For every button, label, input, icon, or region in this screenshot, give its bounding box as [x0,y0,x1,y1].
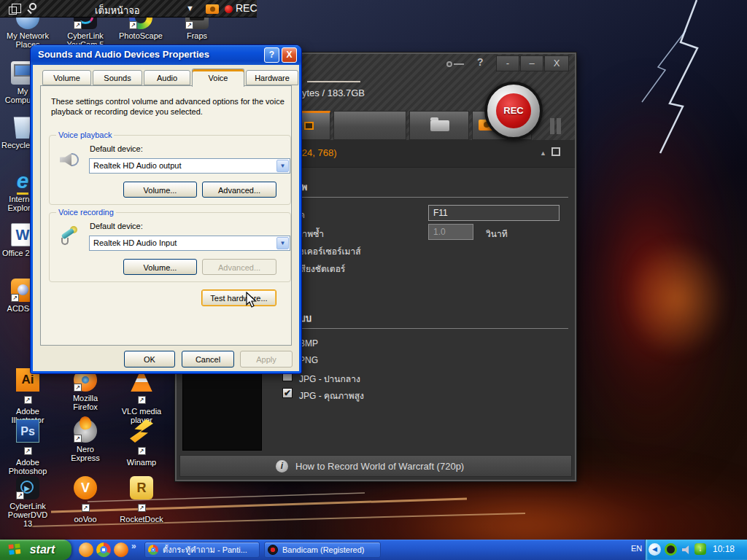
desktop-icon-powerdvd[interactable]: ▶↗ CyberLink PowerDVD 13 [4,476,51,528]
chrome-icon [148,545,158,555]
panel-description: These settings control volume and advanc… [51,96,286,117]
chevron-down-icon[interactable]: ▼ [186,4,194,12]
rocketdock-icon: R [130,476,153,499]
microphone-icon [58,225,80,248]
desktop-icon-oovoo[interactable]: V ↗ ooVoo [62,476,109,524]
chevron-down-icon[interactable]: ▼ [276,160,289,172]
tab-voice[interactable]: Voice [192,69,244,87]
format-png-label: PNG [299,355,318,365]
playback-device-select[interactable]: Realtek HD Audio output ▼ [89,158,290,174]
quicklaunch-overflow-chevron[interactable]: » [131,541,136,551]
bandicam-minimize-tray-button[interactable]: – [520,55,543,71]
dialog-titlebar[interactable]: Sounds and Audio Devices Properties [31,45,301,65]
voice-playback-group: Voice playback Default device: Realtek H… [49,135,291,205]
capture-overlay-bar[interactable]: เต็มหน้าจอ ▼ REC [0,0,257,18]
tray-volume-icon[interactable] [682,545,692,554]
copy-region-icon[interactable] [12,4,21,13]
speaker-icon [58,149,80,171]
desktop-icon-vlc[interactable]: ↗ VLC media player [118,368,165,424]
recording-advanced-button[interactable]: Advanced... [202,259,276,275]
bandicam-help-icon[interactable]: ? [477,56,484,68]
photoshop-icon: Ps [16,419,39,443]
tab-audio[interactable]: Audio [144,70,190,85]
cancel-button[interactable]: Cancel [182,351,234,368]
desktop-icon-label: Mozilla Firefox [62,394,109,411]
oovoo-icon: V [74,476,97,499]
footer-banner-text: How to Record World of Warcraft (720p) [295,461,464,472]
desktop-icon-label: Nero Express [62,445,109,462]
recording-volume-button[interactable]: Volume... [123,259,197,275]
shortcut-arrow-icon: ↗ [24,396,32,404]
repeat-interval-input[interactable]: 1.0 [428,224,473,240]
bandicam-minimize-button[interactable]: - [496,55,519,71]
test-hardware-button[interactable]: Test hardware... [201,289,276,306]
dialog-help-button[interactable]: ? [264,47,279,63]
screenshot-icon[interactable] [206,4,219,14]
collapse-icon[interactable]: ▲ [540,149,546,157]
shortcut-arrow-icon: ↗ [82,504,90,512]
shortcut-arrow-icon: ↗ [138,504,146,512]
desktop-icon-winamp[interactable]: ↗ Winamp [118,419,165,467]
system-tray: EN ◀ ↓ 10:18 [645,540,747,560]
record-button[interactable]: REC [484,82,543,140]
desktop-icon-nero[interactable]: ↗ Nero Express [62,419,109,462]
folder-icon [430,120,449,131]
start-label: start [30,543,55,556]
hotkey-input[interactable]: F11 [428,205,560,221]
desktop-icon-rocketdock[interactable]: R ↗ RocketDock [118,476,165,524]
seconds-unit-label: วินาที [486,227,508,241]
quicklaunch-oovoo-icon[interactable] [79,542,93,557]
recording-device-select[interactable]: Realtek HD Audio Input ▼ [89,236,290,251]
shortcut-arrow-icon: ↗ [11,294,19,302]
format-jpg-medium-label: JPG - ปานกลาง [299,372,360,386]
tab-secondary[interactable] [333,111,406,140]
record-dot-icon[interactable] [225,5,233,13]
tray-idm-icon[interactable]: ↓ [694,543,706,555]
pause-button[interactable] [547,118,563,134]
magnifier-icon[interactable] [29,3,36,10]
apply-button[interactable]: Apply [240,351,293,368]
shortcut-arrow-icon: ↗ [24,447,32,455]
key-icon[interactable] [446,61,464,67]
playback-advanced-button[interactable]: Advanced... [202,182,276,198]
taskbar: start » ตั้งกระทู้คำถาม - Panti... Bandi… [0,540,747,560]
format-jpg-high-checkbox[interactable]: ✔ [282,388,293,398]
desktop-icon-photoshop[interactable]: Ps ↗ Adobe Photoshop C... [4,419,51,484]
tab-volume[interactable]: Volume [42,70,91,85]
winamp-icon [130,419,153,443]
windows-logo-icon [8,543,20,556]
language-indicator[interactable]: EN [631,544,642,553]
format-bmp-label: BMP [299,338,318,349]
bandicam-icon [268,545,278,555]
shortcut-arrow-icon: ↗ [74,435,82,443]
bandicam-footer-banner[interactable]: i How to Record World of Warcraft (720p) [179,455,572,477]
desktop: My Network Places ↗ CyberLink YouCam 5 ↗… [0,0,747,560]
desktop-icon-label: Fraps [174,31,220,40]
tab-output-folder[interactable] [409,111,469,140]
default-device-label: Default device: [90,222,143,230]
ok-button[interactable]: OK [124,351,175,368]
dialog-close-button[interactable]: X [282,47,297,63]
desktop-icon-firefox[interactable]: ↗ Mozilla Firefox [62,368,109,411]
tray-oovoo-icon[interactable] [665,543,677,556]
tab-hardware[interactable]: Hardware [246,70,298,85]
playback-volume-button[interactable]: Volume... [123,182,197,198]
chevron-down-icon[interactable]: ▼ [276,237,289,249]
start-button[interactable]: start [0,540,71,560]
taskbar-task-pantip[interactable]: ตั้งกระทู้คำถาม - Panti... [144,542,260,558]
desktop-icon-label: ooVoo [62,515,109,524]
hide-icons-chevron[interactable]: ◀ [649,543,661,556]
sounds-audio-dialog: Sounds and Audio Devices Properties ? X … [31,45,301,373]
bandicam-close-button[interactable]: X [544,55,569,71]
shortcut-arrow-icon: ↗ [138,447,146,455]
tab-sounds[interactable]: Sounds [93,70,142,85]
desktop-icon-label: RocketDock [118,515,165,524]
shortcut-arrow-icon: ↗ [16,491,24,499]
voice-recording-group: Voice recording Default device: Realtek … [49,212,291,282]
shortcut-arrow-icon: ↗ [74,21,82,29]
quicklaunch-chrome-icon[interactable] [96,542,111,557]
section-divider [268,197,568,198]
quicklaunch-firefox-icon[interactable] [114,542,128,557]
window-mode-icon[interactable] [551,147,560,156]
taskbar-task-bandicam[interactable]: Bandicam (Registered) [264,542,381,558]
